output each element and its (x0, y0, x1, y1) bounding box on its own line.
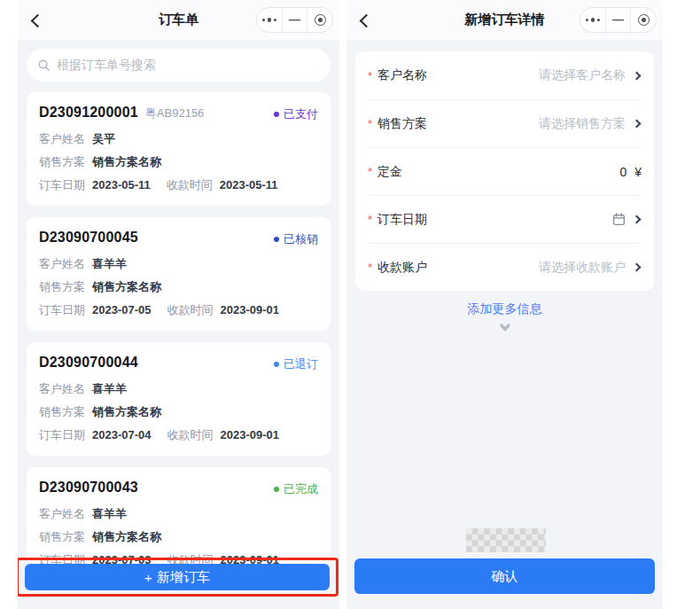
search-icon (37, 59, 51, 72)
customer-placeholder: 请选择客户名称 (539, 67, 626, 83)
order-number: D23091200001 (39, 105, 138, 121)
status-badge: 已退订 (274, 356, 318, 372)
miniprogram-capsule: — (579, 7, 657, 33)
field-order-date[interactable]: * 订车日期 (368, 195, 642, 243)
redacted-watermark (466, 528, 546, 552)
page-title-right: 新增订车详情 (465, 12, 545, 28)
dates-row: 订车日期2023-07-04 收款时间2023-09-01 (39, 427, 318, 443)
plan-row: 销售方案销售方案名称 (39, 404, 318, 420)
customer-row: 客户姓名喜羊羊 (39, 381, 318, 397)
chevron-right-icon (633, 263, 642, 272)
order-number: D23090700043 (39, 480, 138, 496)
order-card[interactable]: D23090700044 已退订 客户姓名喜羊羊 销售方案销售方案名称 订车日期… (27, 342, 331, 456)
required-asterisk: * (368, 69, 372, 82)
more-menu-icon[interactable] (257, 8, 282, 32)
customer-row: 客户姓名喜羊羊 (39, 256, 318, 272)
search-input[interactable]: 根据订车单号搜索 (27, 49, 331, 82)
annotation-highlight-box: + 新增订车 (18, 558, 338, 597)
navbar-left: 订车单 — (18, 0, 339, 40)
add-more-info-link[interactable]: 添加更多信息 (346, 301, 663, 317)
plan-placeholder: 请选择销售方案 (539, 116, 626, 132)
dates-row: 订车日期2023-05-11 收款时间2023-05-11 (39, 177, 318, 193)
search-placeholder: 根据订车单号搜索 (57, 58, 156, 74)
required-asterisk: * (368, 261, 372, 274)
required-asterisk: * (368, 165, 372, 178)
close-target-button[interactable] (307, 8, 332, 32)
order-card[interactable]: D23091200001 粤AB92156 已支付 客户姓名吴平 销售方案销售方… (27, 92, 331, 206)
plus-icon: + (144, 570, 152, 585)
customer-row: 客户姓名喜羊羊 (39, 506, 318, 522)
miniprogram-capsule: — (256, 7, 333, 33)
deposit-value[interactable]: 0 (619, 165, 626, 179)
order-form: * 客户名称 请选择客户名称 * 销售方案 请选择销售方案 (355, 51, 654, 291)
plate-number: 粤AB92156 (145, 105, 205, 121)
minimize-button[interactable]: — (282, 8, 307, 32)
status-badge: 已支付 (274, 106, 318, 122)
status-dot (274, 362, 279, 367)
dates-row: 订车日期2023-07-05 收款时间2023-09-01 (39, 302, 318, 318)
field-sales-plan[interactable]: * 销售方案 请选择销售方案 (368, 99, 642, 147)
order-card[interactable]: D23090700045 已核销 客户姓名喜羊羊 销售方案销售方案名称 订车日期… (27, 217, 331, 331)
new-order-body: * 客户名称 请选择客户名称 * 销售方案 请选择销售方案 (346, 40, 663, 609)
status-dot (274, 112, 279, 117)
field-receiving-account[interactable]: * 收款账户 请选择收款账户 (368, 243, 642, 291)
status-badge: 已核销 (274, 231, 318, 247)
account-placeholder: 请选择收款账户 (539, 260, 626, 276)
order-number: D23090700045 (39, 230, 138, 246)
double-chevron-down-icon[interactable] (346, 321, 663, 330)
chevron-right-icon (633, 120, 642, 129)
page-title-left: 订车单 (159, 12, 198, 28)
new-order-screen: 新增订车详情 — * 客户名称 请选择客户名称 * (346, 0, 663, 609)
target-icon (638, 14, 649, 26)
order-list-screen: 订车单 — 根据订车单号搜索 D23091200001 粤AB92156 已支付… (18, 0, 339, 609)
order-list-body: 根据订车单号搜索 D23091200001 粤AB92156 已支付 客户姓名吴… (18, 40, 339, 609)
order-number: D23090700044 (39, 355, 138, 371)
close-target-button[interactable] (630, 8, 656, 32)
status-dot (274, 487, 279, 492)
customer-row: 客户姓名吴平 (39, 131, 318, 147)
status-dot (274, 237, 279, 242)
chevron-right-icon (633, 215, 642, 224)
screenshot-root: 订车单 — 根据订车单号搜索 D23091200001 粤AB92156 已支付… (0, 0, 700, 609)
status-badge: 已完成 (274, 481, 318, 497)
field-customer-name[interactable]: * 客户名称 请选择客户名称 (368, 51, 642, 99)
plan-row: 销售方案销售方案名称 (39, 279, 318, 295)
more-menu-icon[interactable] (580, 8, 605, 32)
field-deposit[interactable]: * 定金 0 ¥ (368, 147, 642, 195)
back-icon[interactable] (29, 12, 45, 28)
navbar-right: 新增订车详情 — (346, 0, 663, 40)
plan-row: 销售方案销售方案名称 (39, 529, 318, 545)
required-asterisk: * (368, 213, 372, 226)
plan-row: 销售方案销售方案名称 (39, 154, 318, 170)
confirm-button[interactable]: 确认 (354, 558, 655, 594)
minimize-button[interactable]: — (605, 8, 631, 32)
currency-unit: ¥ (634, 165, 642, 179)
target-icon (315, 14, 326, 26)
calendar-icon (612, 213, 626, 226)
chevron-right-icon (633, 71, 642, 80)
required-asterisk: * (368, 117, 372, 130)
add-order-button[interactable]: + 新增订车 (25, 564, 330, 590)
back-icon[interactable] (358, 12, 374, 28)
